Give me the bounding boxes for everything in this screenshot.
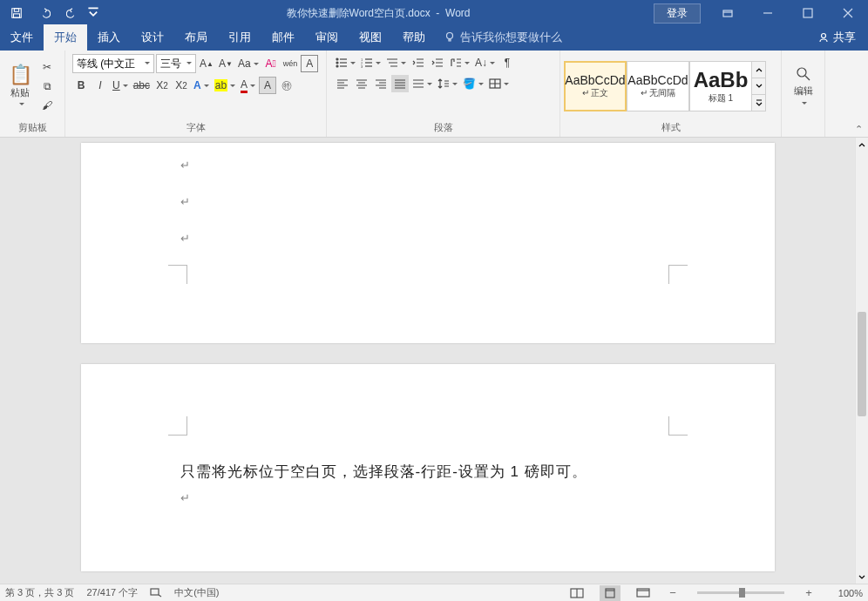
page-indicator[interactable]: 第 3 页，共 3 页 [5, 586, 74, 599]
increase-indent-icon[interactable] [429, 54, 446, 71]
strikethrough-button[interactable]: abc [132, 77, 152, 94]
cut-icon[interactable]: ✂ [38, 58, 56, 76]
show-marks-icon[interactable]: ¶ [498, 54, 516, 71]
line-spacing-button[interactable] [436, 75, 459, 92]
group-paragraph: 123 A↓ ¶ 🪣 段落 [327, 51, 560, 137]
page-current[interactable]: 只需将光标位于空白页，选择段落-行距-设置为 1 磅即可。 ↵ [81, 364, 775, 571]
borders-button[interactable] [487, 75, 511, 92]
align-center-icon[interactable] [353, 75, 370, 92]
editing-dropdown-icon[interactable] [795, 99, 812, 106]
group-font: 等线 (中文正 三号 A▲ A▼ Aa A⃠ wén A B I U abc X… [65, 51, 327, 137]
subscript-button[interactable]: X2 [153, 77, 171, 94]
character-shading-icon[interactable]: A [259, 77, 276, 94]
tab-view[interactable]: 视图 [349, 24, 392, 51]
enclose-characters-icon[interactable]: ㊕ [278, 77, 295, 94]
document-area[interactable]: ↵ ↵ ↵ 只需将光标位于空白页，选择段落-行距-设置为 1 磅即可。 ↵ [0, 138, 855, 584]
text-effects-button[interactable]: A [192, 77, 211, 94]
font-family-select[interactable]: 等线 (中文正 [72, 54, 154, 73]
asian-layout-button[interactable] [448, 54, 471, 71]
zoom-level[interactable]: 100% [828, 588, 863, 598]
tab-review[interactable]: 审阅 [305, 24, 349, 51]
qat-dropdown-icon[interactable] [87, 1, 99, 25]
bullets-button[interactable] [334, 54, 357, 71]
tab-design[interactable]: 设计 [131, 24, 174, 51]
zoom-in-button[interactable]: + [802, 586, 816, 599]
distributed-icon[interactable] [410, 75, 434, 92]
tab-help[interactable]: 帮助 [392, 24, 436, 51]
paragraph-mark: ↵ [180, 195, 190, 208]
decrease-indent-icon[interactable] [410, 54, 427, 71]
multilevel-list-button[interactable] [384, 54, 408, 71]
page-previous[interactable]: ↵ ↵ ↵ [81, 143, 775, 343]
undo-icon[interactable] [31, 1, 58, 25]
close-icon[interactable] [828, 0, 868, 26]
find-button[interactable]: 编辑 [794, 65, 813, 106]
font-size-select[interactable]: 三号 [156, 54, 196, 73]
scroll-up-icon[interactable] [856, 138, 868, 151]
zoom-thumb[interactable] [739, 588, 745, 598]
justify-icon[interactable] [391, 75, 409, 92]
read-mode-icon[interactable] [566, 585, 587, 601]
share-button[interactable]: 共享 [817, 30, 868, 51]
font-color-button[interactable]: A [239, 77, 257, 94]
align-left-icon[interactable] [334, 75, 351, 92]
underline-button[interactable]: U [111, 77, 130, 94]
align-right-icon[interactable] [372, 75, 390, 92]
format-painter-icon[interactable]: 🖌 [38, 97, 56, 114]
scroll-thumb[interactable] [858, 312, 866, 416]
redo-icon[interactable] [59, 1, 85, 25]
margin-mark-icon [168, 416, 187, 436]
phonetic-guide-button[interactable]: wén [281, 55, 300, 72]
tab-layout[interactable]: 布局 [174, 24, 218, 51]
style-heading1[interactable]: AaBb 标题 1 [689, 61, 752, 111]
superscript-button[interactable]: X2 [173, 77, 190, 94]
body-text[interactable]: 只需将光标位于空白页，选择段落-行距-设置为 1 磅即可。 [180, 462, 587, 482]
collapse-ribbon-icon[interactable]: ⌃ [855, 124, 863, 135]
clear-formatting-icon[interactable]: A⃠ [262, 55, 280, 72]
vertical-scrollbar[interactable] [855, 138, 868, 584]
tab-mailings[interactable]: 邮件 [261, 24, 305, 51]
tell-me-search[interactable]: 告诉我你想要做什么 [436, 30, 571, 51]
highlight-button[interactable]: ab [213, 77, 237, 94]
ribbon-display-icon[interactable] [708, 0, 748, 26]
change-case-button[interactable]: Aa [236, 55, 261, 72]
maximize-icon[interactable] [788, 0, 828, 26]
grow-font-icon[interactable]: A▲ [198, 55, 215, 72]
style-no-spacing[interactable]: AaBbCcDd ↵ 无间隔 [627, 61, 689, 111]
paste-dropdown-icon[interactable] [11, 99, 29, 108]
web-layout-icon[interactable] [633, 585, 654, 601]
proofing-icon[interactable] [150, 587, 162, 599]
paste-button[interactable]: 📋 粘贴 [5, 64, 35, 108]
window-title: 教你快速删除Word空白页.docx - Word [103, 6, 654, 21]
italic-button[interactable]: I [92, 77, 109, 94]
tab-file[interactable]: 文件 [0, 24, 44, 51]
sort-button[interactable]: A↓ [473, 54, 497, 71]
shading-button[interactable]: 🪣 [461, 75, 485, 92]
scroll-down-icon[interactable] [856, 571, 868, 584]
gallery-more-icon[interactable] [752, 95, 765, 111]
numbering-button[interactable]: 123 [359, 54, 383, 71]
login-button[interactable]: 登录 [654, 3, 701, 24]
language-indicator[interactable]: 中文(中国) [174, 586, 219, 599]
character-border-icon[interactable]: A [301, 55, 318, 72]
save-icon[interactable] [3, 1, 30, 25]
gallery-up-icon[interactable] [752, 62, 765, 78]
style-normal[interactable]: AaBbCcDd ↵ 正文 [564, 61, 627, 111]
zoom-out-button[interactable]: − [666, 586, 680, 599]
word-count[interactable]: 27/417 个字 [86, 586, 138, 599]
shrink-font-icon[interactable]: A▼ [217, 55, 234, 72]
gallery-down-icon[interactable] [752, 78, 765, 95]
group-clipboard: 📋 粘贴 ✂ ⧉ 🖌 剪贴板 [0, 51, 65, 137]
margin-mark-icon [168, 265, 187, 284]
tab-references[interactable]: 引用 [218, 24, 261, 51]
tab-home[interactable]: 开始 [44, 24, 87, 51]
paragraph-mark: ↵ [180, 159, 190, 172]
print-layout-icon[interactable] [600, 585, 620, 601]
zoom-slider[interactable] [697, 591, 784, 594]
minimize-icon[interactable] [748, 0, 788, 26]
copy-icon[interactable]: ⧉ [38, 78, 56, 95]
bold-button[interactable]: B [72, 77, 90, 94]
tab-insert[interactable]: 插入 [87, 24, 131, 51]
title-bar: 教你快速删除Word空白页.docx - Word 登录 [0, 0, 868, 26]
svg-point-14 [797, 68, 806, 77]
